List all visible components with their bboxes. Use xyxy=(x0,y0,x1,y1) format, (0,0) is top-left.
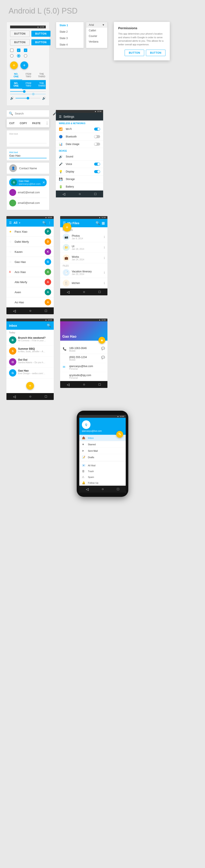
contact-detail-fab[interactable]: ★ xyxy=(98,337,105,344)
big-phone-nav-home[interactable]: ○ xyxy=(101,487,104,491)
button-flat-primary[interactable]: BUTTON xyxy=(31,39,51,45)
display-toggle[interactable] xyxy=(94,170,100,173)
folder-info-icon-works[interactable]: ℹ xyxy=(104,256,105,260)
settings-data[interactable]: 📊 Data Usage xyxy=(56,141,103,148)
file-row-photos[interactable]: 📷 Photos Jan 9, 2014 ℹ xyxy=(60,232,108,242)
gmail-trash[interactable]: 🗑 Trash xyxy=(79,468,126,474)
contacts-nav-home[interactable]: ○ xyxy=(29,309,31,313)
contact-phone-1[interactable]: 📞 189-1063-0646 Mobile 💬 xyxy=(60,345,108,354)
file-info-icon-vacation[interactable]: ℹ xyxy=(104,271,105,274)
dialog-ok[interactable]: BUTTON xyxy=(146,50,166,56)
nav-back-icon[interactable]: ◁ xyxy=(62,192,65,196)
big-phone-nav-recents[interactable]: □ xyxy=(117,487,119,491)
inbox-row-2[interactable]: S Summer BBQ to Alex, Scott, Jennifer – … xyxy=(6,346,54,356)
contact-row-afei[interactable]: Afei Merfy A xyxy=(6,277,54,287)
state-item-2[interactable]: State 2 xyxy=(56,29,84,35)
sms-icon-2[interactable]: 💬 xyxy=(101,356,105,359)
inbox-nav-back[interactable]: ◁ xyxy=(13,395,16,399)
file-info-icon-kitchen[interactable]: ℹ xyxy=(104,281,105,285)
tab-1[interactable]: NO. ONE xyxy=(10,71,22,80)
settings-voice[interactable]: 🎤 Voice xyxy=(56,160,103,168)
gmail-all-mail[interactable]: 📧 All Mail xyxy=(79,462,126,468)
hint-input[interactable] xyxy=(9,137,47,143)
font-verdana[interactable]: Verdana xyxy=(86,39,107,44)
contact-row-dafei[interactable]: ☆ Dafei Merfy D xyxy=(6,237,54,247)
dialog-cancel[interactable]: BUTTON xyxy=(125,50,144,56)
contact-row-paco[interactable]: ★ Paco Xiao P xyxy=(6,227,54,237)
fab-blue[interactable]: + xyxy=(21,61,28,69)
folder-info-icon-photos[interactable]: ℹ xyxy=(104,235,105,239)
inbox-row-3[interactable]: O Oui Oui Sandra Adams – Do you have Par… xyxy=(6,356,54,368)
voice-toggle[interactable] xyxy=(94,163,100,165)
inbox-search-icon[interactable]: 🔍 xyxy=(47,323,51,328)
state-item-1[interactable]: State 1 xyxy=(56,22,84,29)
contact-email-2[interactable]: qcystudio@qq.com Personal xyxy=(60,372,108,381)
settings-wifi[interactable]: 📶 Wi-Fi xyxy=(56,125,103,133)
context-cut[interactable]: CUT xyxy=(7,121,17,126)
contacts-menu-icon[interactable]: ☰ xyxy=(9,221,12,224)
contact-row-aven[interactable]: Aven A xyxy=(6,287,54,297)
font-arial[interactable]: Arial ▼ xyxy=(86,22,107,28)
radio-checked[interactable] xyxy=(17,54,21,58)
compose-fab[interactable]: ✎ xyxy=(116,431,123,438)
files-nav-back[interactable]: ◁ xyxy=(67,290,69,294)
selected-contact-close[interactable]: ✕ xyxy=(42,180,45,185)
inbox-row-4[interactable]: G Gao Hao Ever Design – weibo.com/caiiim… xyxy=(6,368,54,378)
button-flat[interactable]: BUTTON xyxy=(10,39,30,45)
inbox-nav-recents[interactable]: □ xyxy=(45,395,47,398)
fab-yellow[interactable]: + xyxy=(10,61,18,69)
tab-dark-1[interactable]: NO. ONE xyxy=(10,80,22,89)
inbox-nav-home[interactable]: ○ xyxy=(29,395,31,398)
files-nav-recents[interactable]: □ xyxy=(99,290,101,294)
font-courier[interactable]: Courier xyxy=(86,33,107,39)
contacts-nav-back[interactable]: ◁ xyxy=(13,309,16,313)
contact-row-aohao[interactable]: Ao Hao A xyxy=(6,297,54,307)
contacts-dropdown-icon[interactable]: ▾ xyxy=(19,222,20,224)
contacts-search-icon[interactable]: 🔍 xyxy=(42,221,46,224)
tab-3[interactable]: THE THIRD xyxy=(35,71,49,80)
search-input[interactable] xyxy=(15,112,51,115)
inbox-compose-fab[interactable]: + xyxy=(26,382,34,390)
radio-unchecked-2[interactable] xyxy=(24,54,27,58)
checkbox-checked[interactable]: ✓ xyxy=(17,49,21,52)
nav-home-icon[interactable]: ○ xyxy=(79,192,81,196)
context-paste[interactable]: PASTE xyxy=(30,121,43,126)
file-row-ui[interactable]: 📁 UI Jan 18, 2014 ℹ xyxy=(60,242,108,253)
gmail-followup[interactable]: 🔔 Follow Up xyxy=(79,480,126,486)
settings-storage[interactable]: 💾 Storage xyxy=(56,176,103,183)
gmail-spam[interactable]: ⚠ Spam xyxy=(79,474,126,480)
gmail-nav-drafts[interactable]: 📝 Drafts xyxy=(79,454,126,461)
wifi-toggle[interactable] xyxy=(94,128,100,131)
contact-row-aco[interactable]: A Aco Xiao A xyxy=(6,267,54,277)
settings-menu-icon[interactable]: ☰ xyxy=(59,115,62,118)
settings-bluetooth[interactable]: 🔵 Bluetooth xyxy=(56,133,103,141)
tab-dark-2[interactable]: ITEM TWO xyxy=(22,80,35,89)
file-row-kitchen[interactable]: 🍴 kitchen ℹ xyxy=(60,278,108,288)
files-nav-home[interactable]: ○ xyxy=(83,290,85,294)
big-phone-nav-back[interactable]: ◁ xyxy=(86,487,89,491)
context-copy[interactable]: COPY xyxy=(17,121,30,126)
inbox-row-1[interactable]: B Brunch this weekend? Ali Connora – I'l… xyxy=(6,335,54,346)
contact-phone-2[interactable]: (650) 555-1234 Mobile 💬 xyxy=(60,354,108,363)
state-item-4[interactable]: State 4 xyxy=(56,41,84,48)
contact-nav-home[interactable]: ○ xyxy=(83,382,85,386)
context-more[interactable]: ⋮ xyxy=(43,120,51,126)
contact-row-kaven[interactable]: ☆ Kaven K xyxy=(6,247,54,257)
file-row-works[interactable]: 💼 Works Jan 24, 2014 ℹ xyxy=(60,253,108,264)
button-primary[interactable]: BUTTON xyxy=(31,31,51,37)
button-outline[interactable]: BUTTON xyxy=(10,31,30,37)
data-toggle[interactable] xyxy=(94,143,100,146)
contact-email-1[interactable]: ✉ qiancaoyu@live.com Personal xyxy=(60,363,108,372)
contact-nav-back[interactable]: ◁ xyxy=(67,382,69,386)
gmail-nav-sent[interactable]: ➤ Sent Mail xyxy=(79,447,126,454)
tab-2[interactable]: ITEM TWO xyxy=(22,71,35,80)
contacts-nav-recents[interactable]: □ xyxy=(45,309,47,313)
state-item-3[interactable]: State 3 xyxy=(56,35,84,41)
sms-icon-1[interactable]: 💬 xyxy=(101,347,105,350)
tab-dark-3[interactable]: THE THIRD xyxy=(35,80,49,89)
radio-unchecked[interactable] xyxy=(10,54,13,58)
nav-recents-icon[interactable]: □ xyxy=(94,192,96,196)
folder-info-icon-ui[interactable]: ℹ xyxy=(104,246,105,249)
bluetooth-toggle[interactable] xyxy=(94,135,100,138)
contact-nav-recents[interactable]: □ xyxy=(99,382,101,386)
